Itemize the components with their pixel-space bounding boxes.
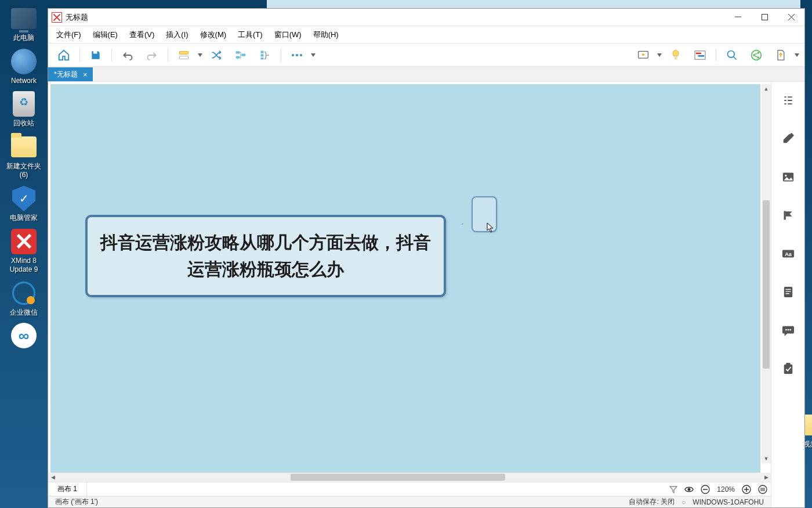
mindmap-canvas[interactable]: 抖音运营涨粉攻略从哪几个方面去做，抖音运营涨粉瓶颈怎么办	[50, 84, 760, 473]
recycle-bin-icon	[13, 91, 35, 117]
close-tab-button[interactable]: ×	[81, 70, 89, 78]
topic-button[interactable]	[174, 46, 194, 64]
home-button[interactable]	[54, 46, 74, 64]
visibility-button[interactable]	[681, 482, 697, 496]
desktop-icon-label: 企业微信	[2, 308, 46, 318]
export-dropdown[interactable]	[793, 53, 801, 57]
document-tab[interactable]: *无标题 ×	[48, 67, 93, 81]
share-button[interactable]	[746, 46, 766, 64]
scroll-down-button[interactable]: ▼	[762, 454, 771, 463]
svg-rect-36	[786, 363, 790, 366]
save-button[interactable]	[86, 46, 106, 64]
icon-button[interactable]: Aa	[780, 246, 796, 262]
redo-button[interactable]	[142, 46, 162, 64]
svg-rect-14	[696, 52, 701, 54]
filter-button[interactable]	[666, 482, 681, 496]
scroll-up-button[interactable]: ▲	[762, 84, 771, 93]
sheet-tab[interactable]: 画布 1	[48, 482, 87, 496]
undo-button[interactable]	[118, 46, 137, 64]
document-tab-label: *无标题	[54, 70, 78, 80]
desktop-icon-pc-manager[interactable]: ✓ 电脑管家	[2, 185, 46, 223]
menubar: 文件(F) 编辑(E) 查看(V) 插入(I) 修改(M) 工具(T) 窗口(W…	[48, 26, 804, 44]
close-button[interactable]	[778, 9, 804, 26]
image-button[interactable]	[780, 169, 796, 185]
svg-rect-7	[261, 54, 264, 56]
menu-modify[interactable]: 修改(M)	[194, 27, 233, 42]
desktop-icon-baidu-cloud[interactable]	[2, 322, 46, 350]
svg-rect-2	[180, 56, 188, 59]
menu-file[interactable]: 文件(F)	[50, 27, 87, 42]
toolbar-separator	[716, 49, 716, 62]
gantt-button[interactable]	[690, 46, 710, 64]
topic-dropdown[interactable]	[196, 53, 204, 57]
desktop-icon-network[interactable]: Network	[2, 48, 46, 86]
more-button[interactable]	[287, 46, 307, 64]
desktop-icon-label: 此电脑	[2, 34, 46, 43]
svg-point-21	[688, 488, 691, 491]
desktop-icon-folder[interactable]: 新建文件夹 (6)	[2, 133, 46, 180]
zoom-in-button[interactable]	[738, 482, 755, 496]
export-button[interactable]	[771, 46, 791, 64]
cloud-icon	[11, 323, 37, 348]
boundary-button[interactable]	[231, 46, 251, 64]
vertical-scrollbar[interactable]: ▲ ▼	[762, 84, 771, 463]
toolbar-separator	[281, 49, 281, 62]
desktop-icon-recycle-bin[interactable]: 回收站	[2, 90, 46, 128]
menu-view[interactable]: 查看(V)	[124, 27, 160, 42]
shield-icon: ✓	[12, 186, 35, 211]
minimize-button[interactable]	[724, 9, 751, 26]
svg-point-33	[787, 329, 789, 331]
presentation-button[interactable]	[633, 46, 653, 64]
summary-button[interactable]	[255, 46, 275, 64]
menu-tools[interactable]: 工具(T)	[232, 27, 269, 42]
svg-rect-0	[762, 15, 767, 20]
svg-point-27	[785, 175, 786, 176]
status-autosave: 自动保存: 关闭	[625, 497, 678, 507]
format-button[interactable]	[780, 131, 796, 147]
desktop-icon-label: XMind 8 Update 9	[2, 257, 46, 275]
toolbar-separator	[111, 49, 112, 62]
menu-insert[interactable]: 插入(I)	[160, 27, 194, 42]
status-indicator-icon: ○	[678, 498, 689, 506]
scroll-right-button[interactable]: ▶	[762, 473, 771, 482]
canvas-wrap: 抖音运营涨粉攻略从哪几个方面去做，抖音运营涨粉瓶颈怎么办 ▲ ▼ ◀	[48, 82, 771, 507]
desktop-icon-label: 回收站	[2, 119, 46, 128]
notes-button[interactable]	[780, 284, 796, 300]
marker-button[interactable]	[780, 207, 796, 224]
search-button[interactable]	[722, 46, 742, 64]
titlebar[interactable]: 无标题	[48, 9, 804, 26]
more-dropdown[interactable]	[309, 53, 317, 57]
comments-button[interactable]	[780, 322, 796, 338]
svg-rect-5	[242, 53, 246, 56]
menu-window[interactable]: 窗口(W)	[269, 27, 307, 42]
horizontal-scrollbar[interactable]: ◀ ▶	[48, 473, 771, 482]
document-tabs: *无标题 ×	[48, 67, 804, 82]
vertical-scrollbar-thumb[interactable]	[763, 200, 770, 369]
zoom-level[interactable]: 120%	[713, 482, 738, 496]
maximize-button[interactable]	[751, 9, 778, 26]
svg-point-10	[296, 54, 298, 56]
xmind-icon	[11, 229, 37, 254]
toolbar	[48, 44, 804, 67]
pc-icon	[11, 8, 37, 29]
central-topic-node[interactable]: 抖音运营涨粉攻略从哪几个方面去做，抖音运营涨粉瓶颈怎么办	[85, 215, 446, 297]
desktop-icon-xmind[interactable]: XMind 8 Update 9	[2, 228, 46, 275]
scroll-left-button[interactable]: ◀	[48, 473, 57, 482]
svg-rect-6	[261, 51, 264, 53]
canvas-scroll: 抖音运营涨粉攻略从哪几个方面去做，抖音运营涨粉瓶颈怎么办 ▲ ▼	[48, 82, 771, 473]
brainstorm-button[interactable]	[666, 46, 686, 64]
fit-button[interactable]	[755, 482, 771, 496]
toolbar-separator	[79, 49, 80, 62]
horizontal-scrollbar-thumb[interactable]	[291, 474, 505, 481]
xmind-window: 无标题 文件(F) 编辑(E) 查看(V) 插入(I) 修改(M) 工具(T) …	[48, 8, 805, 508]
desktop-icon-this-pc[interactable]: 此电脑	[2, 5, 46, 43]
zoom-out-button[interactable]	[697, 482, 713, 496]
outline-button[interactable]	[780, 92, 796, 109]
relationship-button[interactable]	[206, 46, 226, 64]
menu-help[interactable]: 帮助(H)	[307, 27, 345, 42]
task-button[interactable]	[780, 361, 796, 377]
svg-rect-35	[784, 365, 792, 374]
desktop-icon-wecom[interactable]: 企业微信	[2, 279, 46, 318]
menu-edit[interactable]: 编辑(E)	[87, 27, 124, 42]
presentation-dropdown[interactable]	[655, 53, 664, 57]
